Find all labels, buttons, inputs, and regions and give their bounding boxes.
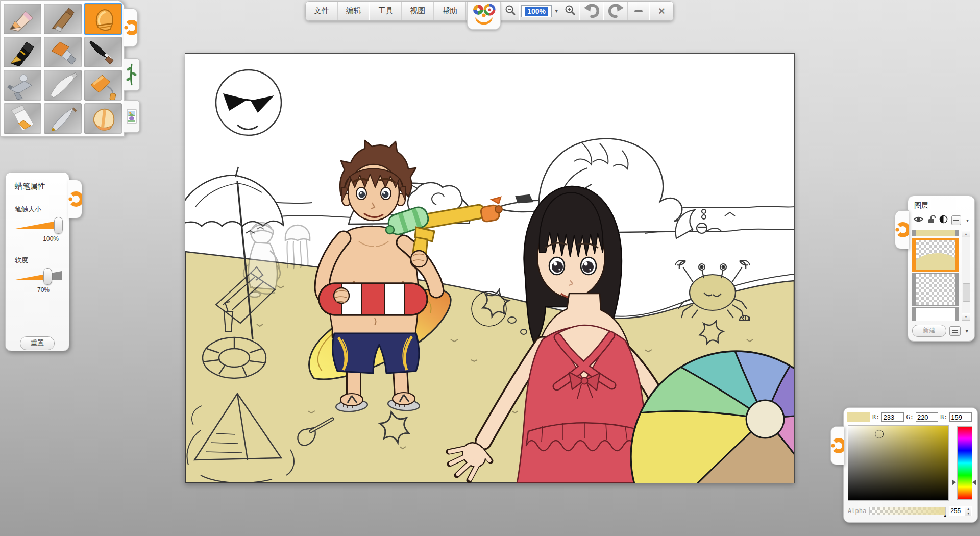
tool-crayon-stub[interactable] [84,103,122,134]
softness-knob[interactable] [43,268,52,285]
tool-liner-pen[interactable] [44,103,82,134]
sun [216,70,281,135]
undo-icon [584,3,600,20]
hue-bar[interactable] [957,426,972,500]
photo-stamp-tab[interactable] [124,100,140,133]
layer-scrollbar[interactable]: ▲ ▼ [962,230,970,321]
menu-tools[interactable]: 工具 [370,2,402,20]
hue-marker-left[interactable] [952,479,956,485]
alpha-input[interactable] [949,507,966,515]
softness-label: 软度 [15,256,69,265]
palette-knife-icon [46,71,79,100]
new-layer-button[interactable]: 新建 [912,325,946,337]
tool-palette-handle[interactable] [124,8,138,47]
drawing-canvas[interactable] [185,53,795,483]
minimize-icon [634,10,643,12]
tool-paint-roller[interactable] [84,70,122,101]
r-label: R: [872,413,879,421]
b-input[interactable] [949,412,972,422]
app-logo-button[interactable] [467,2,501,30]
scroll-down-arrow[interactable]: ▼ [962,313,970,320]
layer-item-sketch[interactable] [912,273,959,306]
g-label: G: [906,413,913,421]
brush-size-slider[interactable] [13,217,62,234]
crayon-panel-title: 蜡笔属性 [15,182,69,191]
menu-file[interactable]: 文件 [306,2,338,20]
alpha-row: Alpha ▲ ▲▼ [848,506,974,516]
minimize-button[interactable] [628,2,650,20]
paint-roller-icon [87,71,119,100]
layer-item-background[interactable] [912,307,959,321]
alpha-marker[interactable]: ▲ [943,513,947,518]
brush-size-knob[interactable] [54,217,63,234]
undo-button[interactable] [580,2,604,20]
tool-ink-brush[interactable] [84,37,122,67]
tool-flat-brush[interactable] [44,37,82,67]
tool-grid [4,4,121,134]
hue-marker-right[interactable] [972,479,976,485]
saturation-value-box[interactable] [848,425,949,501]
crayon-icon [87,5,119,33]
scroll-up-arrow[interactable]: ▲ [962,230,970,237]
menu-edit[interactable]: 编辑 [338,2,370,20]
layer-menu-arrow[interactable]: ▾ [965,217,970,223]
tool-crayon[interactable] [84,4,122,34]
zoom-dropdown-arrow[interactable]: ▾ [553,8,560,14]
app-window: 文件 编辑 工具 视图 帮助 [0,0,980,536]
pastel-icon [46,5,79,33]
orange-handle-icon [895,211,909,249]
zoom-in-button[interactable] [560,2,580,20]
beach-artwork [185,54,794,483]
layer-menu-button[interactable] [951,215,961,225]
layer-list: ▲ ▼ [912,230,970,321]
crayon-panel-handle[interactable] [68,180,82,218]
airbrush-icon [6,71,39,100]
layer-item-upper-partial[interactable] [912,230,959,236]
layer-item-sand-selected[interactable] [912,238,959,272]
reset-button[interactable]: 重置 [20,336,55,350]
layer-icon-row: ▾ [913,214,970,226]
unlock-icon[interactable] [927,214,936,226]
paint-bottle-icon [6,104,39,133]
visibility-eye-icon[interactable] [913,215,924,225]
redo-button[interactable] [604,2,628,20]
flat-brush-icon [46,38,79,66]
close-icon: × [658,6,665,17]
scroll-thumb[interactable] [963,283,970,302]
zoom-level-field[interactable]: 100% [521,5,552,17]
bamboo-icon [126,62,137,87]
tool-fountain-pen[interactable] [4,37,41,67]
tool-pastel[interactable] [44,4,82,34]
layers-panel: 图层 ▾ [908,196,975,342]
g-input[interactable] [916,412,938,422]
alpha-spinners[interactable]: ▲▼ [965,506,971,516]
tool-paint-bottle[interactable] [4,103,41,134]
crayon-stub-icon [87,104,119,133]
layers-footer-arrow[interactable]: ▾ [964,328,970,334]
layers-footer-menu[interactable] [949,326,961,336]
tool-palette-knife[interactable] [44,70,82,101]
tool-airbrush[interactable] [4,70,41,101]
menu-help[interactable]: 帮助 [434,2,466,20]
r-input[interactable] [881,412,904,422]
color-picker-panel: R: G: B: Alpha ▲ ▲▼ [843,407,978,523]
zoom-in-icon [565,5,576,18]
color-panel-handle[interactable] [830,426,844,465]
zoom-out-button[interactable] [501,2,520,20]
alpha-bar[interactable]: ▲ [869,507,946,515]
tool-colored-pencil[interactable] [4,4,41,34]
color-picker-ring[interactable] [875,430,884,438]
bamboo-brush-tab[interactable] [124,58,140,91]
blend-half-circle-icon[interactable] [939,215,948,226]
zoom-level-control: 100% ▾ [520,2,560,20]
softness-value: 70% [6,286,50,294]
close-button[interactable]: × [650,2,673,20]
fountain-pen-icon [6,38,39,66]
zoom-level-value: 100% [525,7,548,16]
clown-logo-icon [470,2,498,29]
menu-view[interactable]: 视图 [402,2,434,20]
layers-panel-handle[interactable] [895,210,909,249]
softness-slider[interactable] [13,268,62,285]
b-label: B: [940,413,947,421]
current-color-swatch [847,412,870,422]
